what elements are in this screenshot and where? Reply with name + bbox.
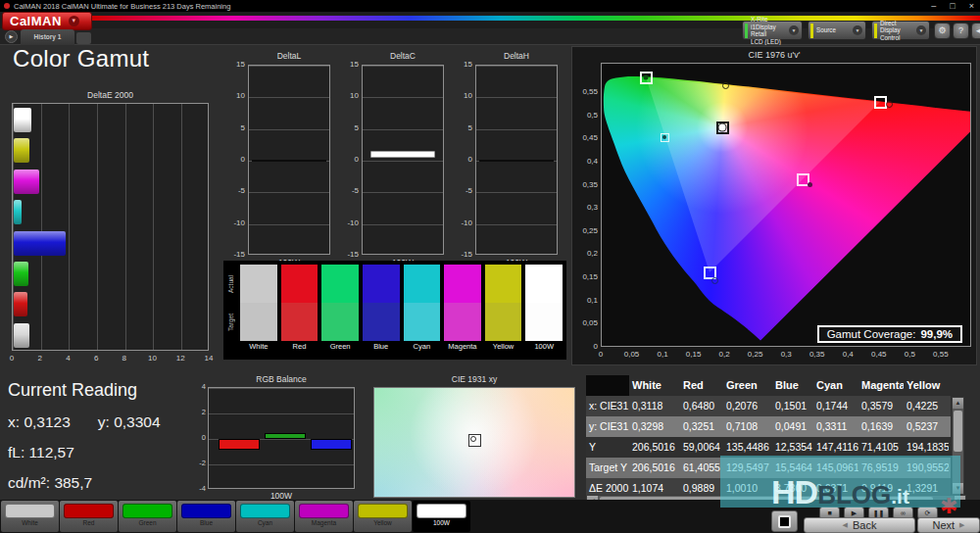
swatch-actual	[404, 265, 441, 303]
pattern-tab-white[interactable]: White	[1, 501, 59, 532]
new-tab-button[interactable]	[76, 32, 91, 44]
close-button[interactable]: ×	[969, 0, 974, 12]
cell: 15,5464	[772, 458, 813, 478]
reading-fl: fL: 112,57	[8, 444, 74, 461]
cie-xtick: 0,5	[898, 350, 921, 359]
rgb-ytick: -4	[194, 484, 206, 494]
swatch-row-labels: Actual Target	[227, 265, 240, 356]
ytick: -5	[342, 186, 359, 196]
cell: 3,7300	[772, 478, 813, 495]
cie1931-panel: CIE 1931 xy	[368, 374, 580, 502]
cie1931-title: CIE 1931 xy	[368, 374, 580, 384]
pattern-tab-yellow[interactable]: Yellow	[354, 501, 412, 532]
rgb-balance-title: RGB Balance	[208, 374, 355, 384]
col-header-White: White	[629, 375, 680, 396]
deltae-xtick: 6	[88, 354, 104, 363]
back-button[interactable]: ◀ Back	[804, 517, 915, 533]
cell: 0,6371	[813, 478, 858, 495]
cie-ytick: 0,5	[574, 111, 598, 121]
deltae-xtick: 0	[4, 354, 20, 363]
cyan-measured	[661, 133, 669, 142]
white-point	[716, 121, 729, 134]
swatch-label: 100W	[525, 341, 563, 353]
source-dropdown[interactable]: Source ▼	[808, 21, 866, 40]
cell: 0,1639	[858, 416, 904, 437]
pattern-window-button[interactable]	[771, 510, 798, 532]
swatch-label: Blue	[363, 341, 400, 353]
workflow-play-icon[interactable]: ▶	[5, 30, 18, 43]
deltal-chart: DeltaL 151050-5-10-15 100W	[228, 51, 332, 270]
cie1976-yticks: 0,550,50,450,40,350,30,250,20,150,10,050	[574, 87, 598, 352]
pattern-tab-100w[interactable]: 100W	[413, 501, 470, 532]
cell: 59,0064	[680, 437, 723, 458]
swatch-100w: 100W	[525, 265, 563, 356]
help-button[interactable]: ?	[953, 23, 969, 39]
col-header-Yellow: Yellow	[904, 375, 949, 396]
col-header-rowlabel	[586, 375, 629, 396]
reading-cd: cd/m²: 385,7	[8, 474, 92, 492]
meter-dropdown[interactable]: X-Rite i1Display RetailLCD (LED) ▼	[742, 21, 803, 40]
chevron-down-icon: ▼	[69, 16, 79, 26]
ytick: 0	[342, 155, 359, 165]
col-header-Cyan: Cyan	[813, 375, 858, 396]
cell: 0,0491	[772, 416, 813, 437]
tab-history-1[interactable]: History 1	[21, 29, 74, 45]
scroll-down-icon[interactable]: ▼	[953, 483, 963, 494]
rgb-ytick: 2	[194, 408, 206, 417]
source-status-bar	[810, 24, 813, 38]
display-control-dropdown[interactable]: Direct Display Control ▼	[871, 21, 930, 40]
minimize-button[interactable]: –	[931, 0, 936, 12]
deltal-plot	[248, 65, 330, 255]
pattern-tab-blue[interactable]: Blue	[177, 501, 235, 532]
cie-xtick: 0,15	[682, 350, 706, 359]
deltac-title: DeltaC	[362, 51, 444, 61]
cell: 1,1074	[629, 478, 680, 495]
rgb-bar-blue	[311, 439, 352, 450]
swatch-label: Red	[281, 341, 318, 353]
deltae-chart-title: DeltaE 2000	[12, 90, 209, 100]
deltae-bar-white	[14, 108, 31, 132]
pattern-tab-label: Magenta	[295, 519, 353, 526]
col-header-Green: Green	[723, 375, 772, 396]
table-row: Target Y206,501661,4055129,549715,546414…	[586, 458, 951, 478]
pattern-tab-red[interactable]: Red	[60, 501, 118, 532]
color-patch	[416, 504, 466, 518]
cell: 206,5016	[629, 458, 680, 478]
vscroll-thumb[interactable]	[954, 411, 962, 452]
ytick: 5	[342, 123, 359, 133]
swatch-label: Cyan	[404, 341, 441, 353]
scroll-up-icon[interactable]: ▲	[953, 398, 963, 409]
display-control-label: Direct Display Control	[880, 20, 913, 42]
next-button[interactable]: Next ▶	[917, 517, 980, 533]
deltae-bar-blue	[14, 231, 66, 256]
pattern-tab-label: White	[1, 519, 59, 526]
deltae-xticks: 02468101214	[4, 354, 217, 363]
deltac-chart: DeltaC 151050-5-10-15 100W	[342, 51, 446, 270]
chevron-down-icon: ▼	[916, 25, 926, 35]
cell: 76,9519	[858, 458, 904, 478]
deltac-yticks: 151050-5-10-15	[342, 60, 359, 260]
results-table: WhiteRedGreenBlueCyanMagentaYellowx: CIE…	[586, 375, 951, 495]
cie1976-title: CIE 1976 u'v'	[572, 50, 976, 60]
yellow-measured	[722, 82, 729, 89]
cell: 0,1501	[772, 396, 813, 416]
pattern-tab-magenta[interactable]: Magenta	[295, 501, 353, 532]
target-label: Target	[227, 303, 240, 341]
deltae-bar-100w	[14, 323, 29, 348]
maximize-button[interactable]: □	[950, 0, 955, 12]
pattern-tab-cyan[interactable]: Cyan	[236, 501, 294, 532]
cie-ytick: 0,4	[574, 157, 598, 167]
row-label: ΔE 2000	[586, 478, 629, 495]
swatch-target	[404, 303, 441, 341]
color-patch	[299, 504, 349, 518]
table-vertical-scrollbar[interactable]: ▲ ▼	[952, 397, 964, 495]
calman-menu-button[interactable]: CalMAN ▼	[2, 12, 92, 30]
swatch-items: WhiteRedGreenBlueCyanMagentaYellow100W	[240, 265, 563, 356]
cell: 0,3579	[858, 396, 904, 416]
collapse-button[interactable]: ◀	[971, 23, 980, 39]
swatch-target	[363, 303, 400, 341]
cell: 0,3251	[680, 416, 723, 437]
swatch-label: Yellow	[485, 341, 522, 353]
settings-button[interactable]: ⚙	[934, 23, 951, 39]
pattern-tab-green[interactable]: Green	[119, 501, 176, 532]
